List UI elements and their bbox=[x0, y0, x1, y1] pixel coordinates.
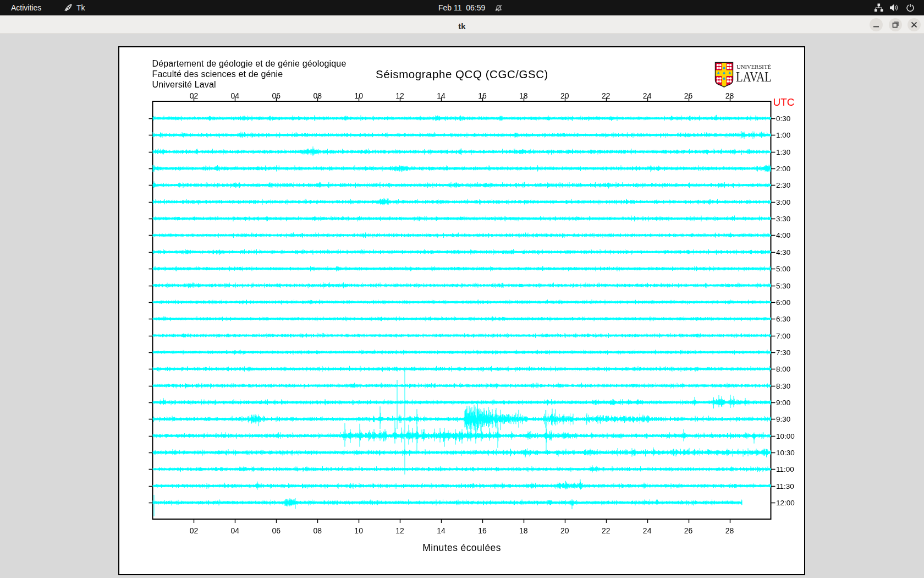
svg-text:LAVAL: LAVAL bbox=[736, 69, 772, 85]
